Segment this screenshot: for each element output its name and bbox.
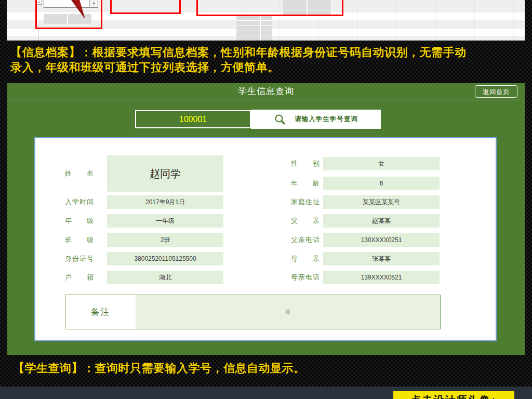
field-row: 户 籍 湖北 (65, 271, 223, 284)
student-id-input[interactable]: 100001 (135, 110, 251, 128)
panel-header: 学生信息查询 返回首页 (7, 83, 525, 100)
bottom-annotation: 【学生查询】：查询时只需要输入学号，信息自动显示。 (13, 361, 527, 376)
field-row: 性 别 女 (291, 157, 440, 170)
field-label: 母 亲 (291, 254, 323, 263)
field-label: 年 级 (65, 216, 107, 225)
field-label: 父 亲 (291, 216, 323, 225)
remarks-value: 0 (136, 295, 441, 329)
field-value-name: 赵同学 (107, 155, 223, 192)
remarks-label: 备注 (65, 295, 136, 329)
field-value-age: 6 (323, 177, 440, 190)
field-label: 性 别 (291, 159, 323, 168)
field-row: 姓 名 赵同学 (65, 155, 223, 192)
field-value-enroll-date: 2017年9月1日 (107, 195, 223, 209)
field-row: 身份证号 380025201105125500 (65, 252, 223, 265)
field-row: 母亲电话 139XXXX0521 (291, 271, 440, 284)
spreadsheet-screenshot-strip: ▾ ▾ (7, 0, 525, 41)
field-value-mother: 张某某 (323, 252, 440, 265)
field-value-address: 某某区某某号 (323, 195, 440, 209)
field-label: 母亲电话 (291, 273, 323, 282)
student-query-panel: 学生信息查询 返回首页 100001 请输入学生学号查询 姓 名 赵同学 入学时… (7, 83, 525, 355)
back-home-button[interactable]: 返回首页 (475, 85, 517, 98)
field-row: 父亲电话 130XXXX0251 (291, 233, 440, 247)
field-row: 班 级 2班 (65, 233, 223, 247)
designer-ribbon-label: 点击设计师头像↑ (411, 392, 497, 399)
search-hint: 请输入学生学号查询 (295, 115, 358, 124)
field-label: 父亲电话 (291, 235, 323, 245)
field-row: 年 龄 6 (291, 177, 440, 190)
search-button[interactable]: 请输入学生学号查询 (251, 110, 381, 129)
field-label: 身份证号 (65, 254, 107, 263)
search-row: 100001 请输入学生学号查询 (135, 110, 381, 129)
field-label: 班 级 (65, 235, 107, 245)
field-value-id-number: 380025201105125500 (107, 252, 223, 265)
field-label: 家庭住址 (291, 197, 323, 207)
field-value-mother-phone: 139XXXX0521 (323, 271, 440, 284)
field-row: 母 亲 张某某 (291, 252, 440, 265)
annotation-line: 录入，年级和班级可通过下拉列表选择，方便简单。 (10, 60, 525, 75)
selected-cells-block (236, 16, 272, 41)
field-value-household: 湖北 (107, 271, 223, 284)
field-row: 入学时间 2017年9月1日 (65, 195, 223, 209)
field-row: 年 级 一年级 (65, 214, 223, 228)
red-highlight-box (110, 0, 181, 14)
search-icon (274, 113, 286, 126)
field-value-grade: 一年级 (107, 214, 223, 228)
annotation-line: 【信息档案】：根据要求填写信息档案，性别和年龄根据身份证号码自动识别，无需手动 (10, 45, 525, 60)
field-row: 父 亲 赵某某 (291, 214, 440, 228)
field-row: 家庭住址 某某区某某号 (291, 195, 440, 209)
red-highlight-box (35, 0, 102, 29)
field-value-father-phone: 130XXXX0251 (323, 233, 440, 247)
field-label: 姓 名 (65, 169, 107, 178)
field-label: 户 籍 (65, 273, 107, 282)
red-arrow-pointer-icon (70, 0, 88, 20)
field-label: 入学时间 (65, 197, 107, 207)
field-label: 年 龄 (291, 179, 323, 188)
field-value-father: 赵某某 (323, 214, 440, 228)
page-title: 学生信息查询 (7, 83, 525, 100)
field-value-class: 2班 (107, 233, 223, 247)
field-value-gender: 女 (323, 157, 440, 170)
red-highlight-box (196, 0, 343, 16)
top-annotation: 【信息档案】：根据要求填写信息档案，性别和年龄根据身份证号码自动识别，无需手动 … (10, 45, 525, 75)
student-info-card: 姓 名 赵同学 入学时间 2017年9月1日 年 级 一年级 班 级 2班 身份… (34, 137, 497, 341)
designer-ribbon[interactable]: 点击设计师头像↑ (393, 391, 514, 399)
header-divider (7, 100, 525, 100)
gridline (38, 29, 38, 41)
